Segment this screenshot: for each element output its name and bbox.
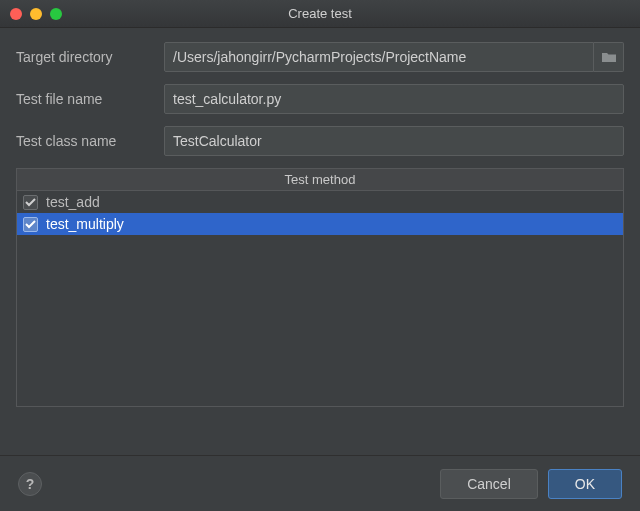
minimize-window-button[interactable] — [30, 8, 42, 20]
test-method-label: test_add — [46, 194, 100, 210]
target-directory-row: Target directory — [16, 42, 624, 72]
titlebar: Create test — [0, 0, 640, 28]
test-file-name-row: Test file name — [16, 84, 624, 114]
maximize-window-button[interactable] — [50, 8, 62, 20]
test-class-name-row: Test class name — [16, 126, 624, 156]
checkmark-icon — [25, 219, 36, 230]
test-file-name-input[interactable] — [164, 84, 624, 114]
cancel-button[interactable]: Cancel — [440, 469, 538, 499]
window-controls — [10, 8, 62, 20]
close-window-button[interactable] — [10, 8, 22, 20]
test-method-item[interactable]: test_multiply — [17, 213, 623, 235]
target-directory-label: Target directory — [16, 49, 164, 65]
dialog-content: Target directory Test file name Test cla… — [0, 28, 640, 417]
target-directory-field-wrap — [164, 42, 624, 72]
test-file-name-label: Test file name — [16, 91, 164, 107]
checkbox[interactable] — [23, 195, 38, 210]
window-title: Create test — [288, 6, 352, 21]
checkbox[interactable] — [23, 217, 38, 232]
help-button[interactable]: ? — [18, 472, 42, 496]
test-method-list[interactable]: test_addtest_multiply — [16, 191, 624, 407]
test-class-name-input[interactable] — [164, 126, 624, 156]
dialog-footer: ? Cancel OK — [0, 455, 640, 511]
test-method-header: Test method — [16, 168, 624, 191]
browse-directory-button[interactable] — [594, 42, 624, 72]
test-method-label: test_multiply — [46, 216, 124, 232]
target-directory-input[interactable] — [164, 42, 594, 72]
ok-button[interactable]: OK — [548, 469, 622, 499]
test-class-name-label: Test class name — [16, 133, 164, 149]
test-method-item[interactable]: test_add — [17, 191, 623, 213]
checkmark-icon — [25, 197, 36, 208]
folder-icon — [601, 51, 617, 63]
test-method-section: Test method test_addtest_multiply — [16, 168, 624, 407]
